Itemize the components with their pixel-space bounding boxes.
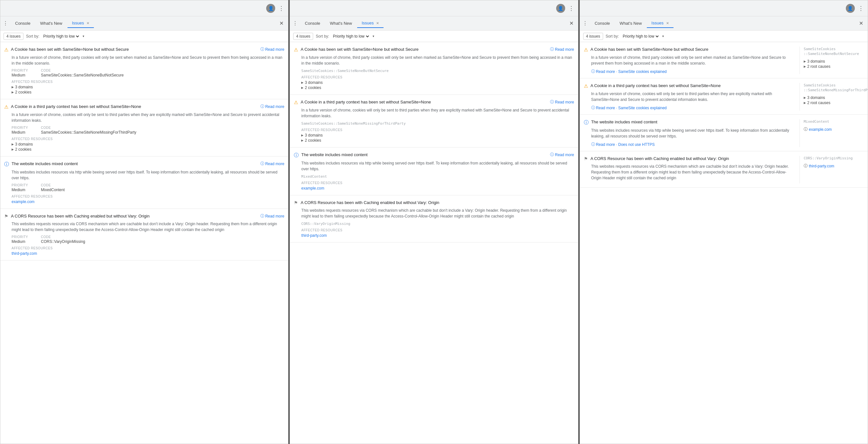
tab-close-3[interactable]: ✕ bbox=[666, 21, 669, 25]
resource-cookies-1-2[interactable]: ▶ 2 cookies bbox=[11, 147, 284, 151]
devtools-bar-3: ⋮ Console What's New Issues ✕ ✕ bbox=[580, 16, 868, 31]
sort-select-3[interactable]: Priority high to low bbox=[621, 34, 660, 39]
sort-select-2[interactable]: Priority high to low bbox=[332, 34, 370, 39]
tab-issues-1[interactable]: Issues ✕ bbox=[67, 19, 94, 28]
issue-title-1-2: A Cookie in a third party context has be… bbox=[11, 104, 258, 109]
issue-title-2-4: A CORS Resource has been with Caching en… bbox=[301, 200, 574, 206]
resource-cookies-1-1[interactable]: ▶ 2 cookies bbox=[11, 90, 284, 95]
sort-select-1[interactable]: Priority high to low bbox=[42, 34, 80, 39]
tab-console-2[interactable]: Console bbox=[300, 19, 325, 28]
issue-code-2-1: SameSiteCookies::SameSiteNoneButNotSecur… bbox=[301, 69, 574, 73]
sort-chevron-1: ▾ bbox=[83, 34, 84, 38]
resource-domains-2-1[interactable]: ▶ 3 domains bbox=[301, 80, 574, 85]
resource-example-1-3[interactable]: example.com bbox=[11, 200, 284, 204]
issue-item-1-3: ⓘ The website includes mixed content ⓘ R… bbox=[0, 157, 288, 209]
resource-cookies-2-2[interactable]: ▶ 2 cookies bbox=[301, 138, 574, 143]
affected-label-2-2: AFFECTED RESOURCES bbox=[301, 128, 574, 132]
issue-meta-1-2: PRIORITY Medium CODE SameSiteCookies::Sa… bbox=[11, 126, 284, 135]
read-more-icon-1-3: ⓘ bbox=[260, 161, 264, 166]
issue-desc-3-3: This websites includes resources via htt… bbox=[591, 128, 796, 139]
issue-desc-3-4: This websites requests resources via COR… bbox=[591, 164, 796, 181]
priority-label-1-1: PRIORITY bbox=[11, 69, 28, 72]
issue-title-3-2: A Cookie in a third party context has be… bbox=[591, 83, 796, 89]
read-more-2-3[interactable]: ⓘ Read more bbox=[550, 152, 574, 158]
code-value-1-4: CORS::VaryOriginMissing bbox=[41, 239, 85, 244]
sidebar-stat-3-1-domains[interactable]: ▶ 3 domains bbox=[804, 59, 864, 64]
read-more-icon-2-1: ⓘ bbox=[550, 46, 554, 52]
devtools-panel-2: 👤 ⋮ ⋮ Console What's New Issues ✕ ✕ 4 is… bbox=[290, 0, 578, 444]
tab-issues-2[interactable]: Issues ✕ bbox=[357, 19, 383, 28]
read-more-1-1[interactable]: ⓘ Read more bbox=[260, 46, 284, 52]
read-more-icon-3-3: ⓘ bbox=[591, 142, 595, 147]
resource-third-2-4[interactable]: third-party.com bbox=[301, 233, 574, 238]
tab-close-2[interactable]: ✕ bbox=[376, 21, 379, 25]
sidebar-stat-3-2-causes[interactable]: ▶ 2 root causes bbox=[804, 101, 864, 105]
resource-domains-1-2[interactable]: ▶ 3 domains bbox=[11, 142, 284, 146]
close-devtools-2[interactable]: ✕ bbox=[567, 19, 576, 28]
tab-close-1[interactable]: ✕ bbox=[87, 21, 89, 25]
sidebar-stat-3-2-domains[interactable]: ▶ 3 domains bbox=[804, 95, 864, 100]
devtools-dots-1[interactable]: ⋮ bbox=[3, 20, 8, 26]
read-more-1-4[interactable]: ⓘ Read more bbox=[260, 213, 284, 219]
tab-whats-new-1[interactable]: What's New bbox=[36, 19, 67, 28]
issue-title-3-3: The website includes mixed content bbox=[591, 119, 796, 125]
sidebar-link-3-3-example[interactable]: ⓘ example.com bbox=[804, 127, 864, 132]
resource-domains-2-2[interactable]: ▶ 3 domains bbox=[301, 133, 574, 137]
tab-whats-new-3[interactable]: What's New bbox=[615, 19, 646, 28]
issues-count-1: 4 issues bbox=[3, 33, 24, 40]
info-icon-3-3: ⓘ bbox=[584, 119, 589, 126]
read-more-2-1[interactable]: ⓘ Read more bbox=[550, 46, 574, 52]
read-more-icon-3-2: ⓘ bbox=[591, 105, 595, 110]
issues-count-3: 4 issues bbox=[583, 33, 603, 40]
issue-main-3-4: ⚑ A CORS Resource has been with Caching … bbox=[584, 156, 800, 183]
resource-cookies-2-1[interactable]: ▶ 2 cookies bbox=[301, 86, 574, 90]
dots-menu-2[interactable]: ⋮ bbox=[568, 5, 574, 12]
devtools-dots-2[interactable]: ⋮ bbox=[292, 20, 298, 26]
resource-third-1-4[interactable]: third-party.com bbox=[11, 251, 284, 256]
priority-value-1-3: Medium bbox=[11, 187, 28, 192]
read-more-icon-2-3: ⓘ bbox=[550, 152, 554, 158]
issue-desc-1-3: This websites includes resources via htt… bbox=[11, 169, 284, 181]
sidebar-link-3-4-third[interactable]: ⓘ third-party.com bbox=[804, 163, 864, 169]
resource-domains-1-1[interactable]: ▶ 3 domains bbox=[11, 85, 284, 89]
read-more-link-3-3[interactable]: ⓘ Read more · Does not use HTTPS bbox=[591, 142, 796, 147]
priority-label-1-3: PRIORITY bbox=[11, 183, 28, 187]
issue-item-2-4: ⚑ A CORS Resource has been with Caching … bbox=[290, 195, 578, 243]
issue-desc-3-1: In a future version of chrome, third par… bbox=[591, 55, 796, 66]
sort-label-3: Sort by: bbox=[606, 34, 619, 39]
tab-whats-new-2[interactable]: What's New bbox=[326, 19, 356, 28]
code-value-1-3: MixedContent bbox=[41, 187, 65, 192]
resource-example-2-3[interactable]: example.com bbox=[301, 186, 574, 191]
issues-list-3: ⚠ A Cookie has been set with SameSite=No… bbox=[580, 42, 868, 444]
tab-console-3[interactable]: Console bbox=[590, 19, 615, 28]
issues-list-2: ⚠ A Cookie has been set with SameSite=No… bbox=[290, 42, 578, 444]
devtools-dots-3[interactable]: ⋮ bbox=[583, 20, 588, 26]
browser-chrome-1: 👤 ⋮ bbox=[0, 0, 288, 16]
read-more-1-3[interactable]: ⓘ Read more bbox=[260, 161, 284, 166]
issue-item-3-4: ⚑ A CORS Resource has been with Caching … bbox=[580, 151, 868, 187]
affected-label-2-4: AFFECTED RESOURCES bbox=[301, 229, 574, 232]
issue-sidebar-3-2: SameSiteCookies::SameSiteNoneMissingForT… bbox=[800, 83, 864, 110]
dots-menu-3[interactable]: ⋮ bbox=[858, 5, 864, 12]
sidebar-code-3-1: SameSiteCookies::SameSiteNoneButNotSecur… bbox=[804, 46, 864, 57]
issue-item-3-2: ⚠ A Cookie in a third party context has … bbox=[580, 78, 868, 115]
dots-menu-1[interactable]: ⋮ bbox=[278, 5, 284, 12]
tab-issues-3[interactable]: Issues ✕ bbox=[647, 19, 673, 28]
issue-meta-1-1: PRIORITY Medium CODE SameSiteCookies::Sa… bbox=[11, 69, 284, 77]
warning-icon-2-2: ⚠ bbox=[294, 100, 298, 105]
issue-item-2-3: ⓘ The website includes mixed content ⓘ R… bbox=[290, 147, 578, 195]
code-value-1-2: SameSiteCookies::SameSiteNoneMissingForT… bbox=[41, 130, 136, 135]
read-more-icon-1-4: ⓘ bbox=[260, 213, 264, 219]
tab-console-1[interactable]: Console bbox=[10, 19, 35, 28]
read-more-1-2[interactable]: ⓘ Read more bbox=[260, 104, 284, 109]
close-devtools-1[interactable]: ✕ bbox=[277, 19, 285, 28]
code-value-1-1: SameSiteCookies::SameSiteNoneButNotSecur… bbox=[41, 73, 123, 77]
flag-icon-2-4: ⚑ bbox=[294, 200, 298, 205]
issue-sidebar-3-4: CORS::VaryOriginMissing ⓘ third-party.co… bbox=[800, 156, 864, 183]
read-more-2-2[interactable]: ⓘ Read more bbox=[550, 99, 574, 105]
affected-label-2-3: AFFECTED RESOURCES bbox=[301, 181, 574, 185]
sidebar-stat-3-1-causes[interactable]: ▶ 2 root causes bbox=[804, 64, 864, 69]
read-more-link-3-1[interactable]: ⓘ Read more · SameSite cookies explained bbox=[591, 69, 796, 74]
close-devtools-3[interactable]: ✕ bbox=[857, 19, 865, 28]
read-more-link-3-2[interactable]: ⓘ Read more · SameSite cookies explained bbox=[591, 105, 796, 110]
